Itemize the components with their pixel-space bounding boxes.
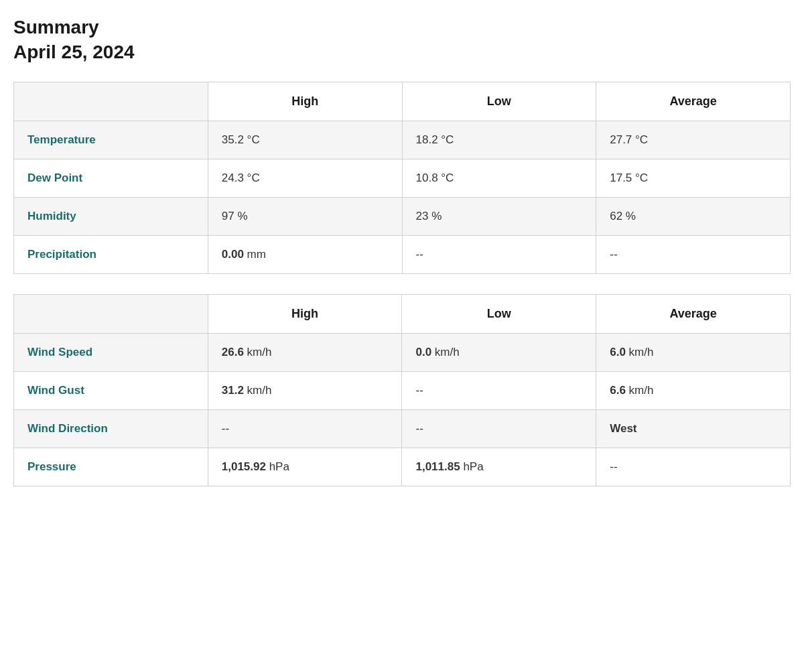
dewpoint-label: Dew Point (14, 159, 208, 197)
wind-col-low: Low (402, 294, 596, 333)
windgust-label: Wind Gust (14, 371, 208, 409)
table-row: Wind Gust 31.2 km/h -- 6.6 km/h (14, 371, 791, 409)
table-row: Pressure 1,015.92 hPa 1,011.85 hPa -- (14, 448, 791, 486)
winddirection-low: -- (402, 409, 596, 448)
windgust-low: -- (402, 371, 596, 409)
precipitation-low: -- (402, 235, 596, 273)
winddirection-high: -- (208, 409, 402, 448)
humidity-label: Humidity (14, 197, 208, 235)
pressure-label: Pressure (14, 448, 208, 486)
table-row: Humidity 97 % 23 % 62 % (14, 197, 791, 235)
weather-col-average: Average (596, 82, 791, 121)
windspeed-label: Wind Speed (14, 333, 208, 371)
pressure-low: 1,011.85 hPa (402, 448, 596, 486)
windspeed-high: 26.6 km/h (208, 333, 402, 371)
wind-col-average: Average (596, 294, 791, 333)
humidity-low: 23 % (402, 197, 596, 235)
humidity-high: 97 % (208, 197, 402, 235)
wind-table-header-row: High Low Average (14, 294, 791, 333)
winddirection-average: West (596, 409, 791, 448)
winddirection-label: Wind Direction (14, 409, 208, 448)
temperature-high: 35.2 °C (208, 121, 402, 159)
windspeed-average: 6.0 km/h (596, 333, 791, 371)
wind-col-label (14, 294, 208, 333)
dewpoint-low: 10.8 °C (402, 159, 596, 197)
wind-col-high: High (208, 294, 402, 333)
humidity-average: 62 % (596, 197, 791, 235)
weather-col-label (14, 82, 208, 121)
table-row: Dew Point 24.3 °C 10.8 °C 17.5 °C (14, 159, 791, 197)
precipitation-high-bold: 0.00 (222, 248, 244, 261)
dewpoint-high: 24.3 °C (208, 159, 402, 197)
wind-table: High Low Average Wind Speed 26.6 km/h 0.… (13, 294, 791, 486)
windgust-high: 31.2 km/h (208, 371, 402, 409)
temperature-low: 18.2 °C (402, 121, 596, 159)
page-header: Summary April 25, 2024 (13, 16, 791, 63)
weather-col-high: High (208, 82, 402, 121)
weather-table-header-row: High Low Average (14, 82, 791, 121)
table-row: Wind Direction -- -- West (14, 409, 791, 448)
table-row: Temperature 35.2 °C 18.2 °C 27.7 °C (14, 121, 791, 159)
weather-table: High Low Average Temperature 35.2 °C 18.… (13, 82, 791, 274)
windgust-average: 6.6 km/h (596, 371, 791, 409)
precipitation-high: 0.00 mm (208, 235, 402, 273)
table-row: Precipitation 0.00 mm -- -- (14, 235, 791, 273)
weather-col-low: Low (402, 82, 596, 121)
page-date: April 25, 2024 (13, 42, 791, 63)
pressure-high: 1,015.92 hPa (208, 448, 402, 486)
pressure-average: -- (596, 448, 791, 486)
table-row: Wind Speed 26.6 km/h 0.0 km/h 6.0 km/h (14, 333, 791, 371)
temperature-average: 27.7 °C (596, 121, 791, 159)
precipitation-average: -- (596, 235, 791, 273)
windspeed-low: 0.0 km/h (402, 333, 596, 371)
page-title: Summary (13, 16, 791, 39)
dewpoint-average: 17.5 °C (596, 159, 791, 197)
precipitation-label: Precipitation (14, 235, 208, 273)
temperature-label: Temperature (14, 121, 208, 159)
